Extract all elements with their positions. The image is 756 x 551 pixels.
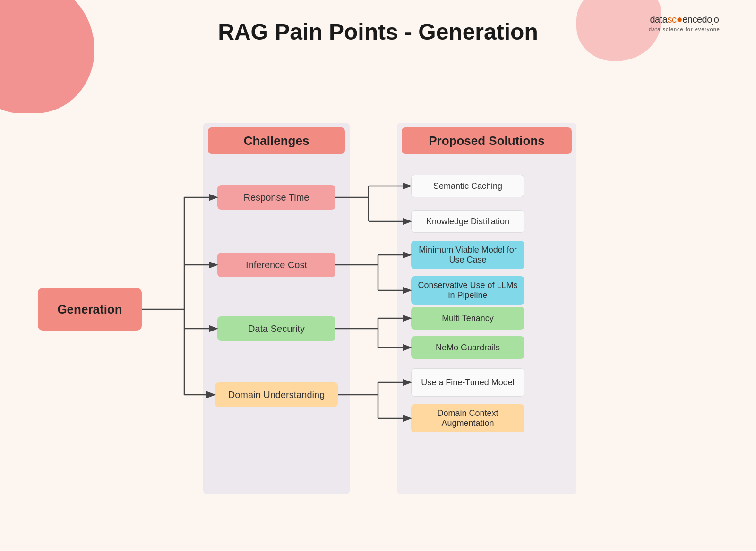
solution-nemo: NeMo Guardrails bbox=[411, 336, 524, 359]
solution-min-viable: Minimum Viable Model for Use Case bbox=[411, 241, 524, 269]
challenge-domain-understanding: Domain Understanding bbox=[215, 382, 338, 407]
challenge-inference-cost: Inference Cost bbox=[217, 253, 335, 277]
solution-multi-tenancy: Multi Tenancy bbox=[411, 307, 524, 330]
solution-fine-tuned: Use a Fine-Tuned Model bbox=[411, 368, 524, 397]
generation-box: Generation bbox=[38, 288, 142, 331]
logo: datasc●encedojo — data science for every… bbox=[641, 13, 728, 32]
challenge-data-security: Data Security bbox=[217, 316, 335, 341]
solution-conservative: Conservative Use of LLMs in Pipeline bbox=[411, 276, 524, 305]
challenge-response-time: Response Time bbox=[217, 185, 335, 210]
diagram: Challenges Proposed Solutions Generation… bbox=[0, 66, 756, 523]
solution-knowledge-distillation: Knowledge Distillation bbox=[411, 210, 524, 233]
solutions-header: Proposed Solutions bbox=[402, 127, 572, 154]
solution-domain-context: Domain Context Augmentation bbox=[411, 404, 524, 432]
logo-text: datasc●encedojo bbox=[641, 13, 728, 25]
logo-tagline: — data science for everyone — bbox=[641, 26, 728, 32]
challenges-column-bg bbox=[203, 123, 350, 494]
solution-semantic-caching: Semantic Caching bbox=[411, 175, 524, 197]
challenges-header: Challenges bbox=[208, 127, 345, 154]
